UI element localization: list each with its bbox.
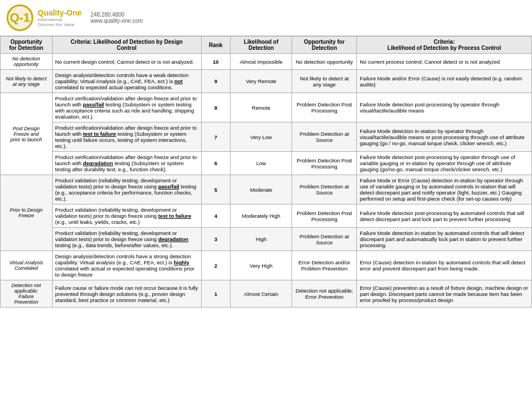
opp-design-cell: Not likely to detect at any stage (1, 70, 53, 93)
rank-cell: 8 (201, 93, 231, 122)
criteria-process-cell: Failure Mode and/or Error (Cause) is not… (357, 70, 532, 93)
opp-design-cell: Detection notapplicable;FailurePreventio… (1, 280, 53, 308)
detection-table: Opportunityfor Detection Criteria: Likel… (0, 36, 532, 308)
table-row: Post DesignFreeze andprior to launchProd… (1, 93, 532, 122)
col-header-likelihood: Likelihood ofDetection (231, 37, 292, 54)
likelihood-cell: Moderately High (231, 204, 292, 228)
criteria-design-cell: Product validation (reliability testing,… (52, 204, 201, 228)
criteria-process-cell: Failure Mode detection in-station by ope… (357, 122, 532, 152)
contact-info: 248.280.4800 www.quality-one.com (90, 12, 142, 24)
opp-detect-cell: Problem Detection Post Processing (292, 93, 357, 122)
criteria-design-cell: Product validation (reliability testing,… (52, 175, 201, 204)
opp-detect-cell: Problem Detection at Source (292, 122, 357, 152)
main-table-wrapper: Opportunityfor Detection Criteria: Likel… (0, 36, 532, 308)
col-header-criteria-design: Criteria: Likelihood of Detection by Des… (52, 37, 201, 54)
criteria-process-cell: Failure Mode or Error (Cause) detection … (357, 175, 532, 204)
opp-design-cell: No detection opportunity (1, 54, 53, 70)
likelihood-cell: Remote (231, 93, 292, 122)
rank-cell: 9 (201, 70, 231, 93)
col-header-opp-detect: Opportunity forDetection (292, 37, 357, 54)
table-row: Virtual AnalysisCorrelatedDesign analysi… (1, 251, 532, 280)
criteria-process-cell: Error (Cause) detection in-station by au… (357, 251, 532, 280)
likelihood-cell: Low (231, 152, 292, 175)
rank-cell: 10 (201, 54, 231, 70)
criteria-design-cell: Product verification/validation after de… (52, 122, 201, 152)
likelihood-cell: Almost Certain (231, 280, 292, 308)
col-header-criteria-process: Criteria:Likelihood of Detection by Proc… (357, 37, 532, 54)
rank-cell: 7 (201, 122, 231, 152)
criteria-design-cell: Product verification/validation after de… (52, 152, 201, 175)
likelihood-cell: Very Low (231, 122, 292, 152)
opp-detect-cell: Problem Detection at Source (292, 228, 357, 251)
criteria-process-cell: Failure Mode detection post-processing b… (357, 152, 532, 175)
table-row: Not likely to detect at any stageDesign … (1, 70, 532, 93)
criteria-design-cell: Design analysis/detection controls have … (52, 251, 201, 280)
table-row: Detection notapplicable;FailurePreventio… (1, 280, 532, 308)
likelihood-cell: Almost Impossible (231, 54, 292, 70)
table-row: No detection opportunityNo current desig… (1, 54, 532, 70)
logo-text: Quality-One International Discover the V… (38, 8, 81, 27)
opp-detect-cell: Not likely to detect at any stage (292, 70, 357, 93)
opp-detect-cell: No detection opportunity (292, 54, 357, 70)
likelihood-cell: Moderate (231, 175, 292, 204)
criteria-process-cell: Error (Cause) prevention as a result of … (357, 280, 532, 308)
criteria-design-cell: Product verification/validation after de… (52, 93, 201, 122)
col-header-rank: Rank (201, 37, 231, 54)
rank-cell: 5 (201, 175, 231, 204)
criteria-process-cell: Failure Mode detection post-processing b… (357, 204, 532, 228)
brand-tagline: International Discover the Value (38, 17, 81, 27)
opp-design-cell: Virtual AnalysisCorrelated (1, 251, 53, 280)
opp-design-cell: Prior to DesignFreeze (1, 175, 53, 251)
criteria-process-cell: Failure Mode detection post-processing b… (357, 93, 532, 122)
criteria-design-cell: Failure cause or failure mode can not oc… (52, 280, 201, 308)
phone: 248.280.4800 (90, 12, 142, 18)
criteria-design-cell: No current design control; Cannot detect… (52, 54, 201, 70)
rank-cell: 1 (201, 280, 231, 308)
opp-detect-cell: Problem Detection Post Processing (292, 152, 357, 175)
opp-detect-cell: Error Detection and/or Problem Preventio… (292, 251, 357, 280)
criteria-process-cell: No current process control; Cannot detec… (357, 54, 532, 70)
rank-cell: 4 (201, 204, 231, 228)
rank-cell: 6 (201, 152, 231, 175)
opp-design-cell: Post DesignFreeze andprior to launch (1, 93, 53, 175)
likelihood-cell: High (231, 228, 292, 251)
criteria-design-cell: Design analysis/detection controls have … (52, 70, 201, 93)
website: www.quality-one.com (90, 18, 142, 24)
table-header-row: Opportunityfor Detection Criteria: Likel… (1, 37, 532, 54)
likelihood-cell: Very Remote (231, 70, 292, 93)
table-row: Product verification/validation after de… (1, 122, 532, 152)
criteria-process-cell: Failure Mode detection in-station by aut… (357, 228, 532, 251)
col-header-opp-design: Opportunityfor Detection (1, 37, 53, 54)
table-row: Product validation (reliability testing,… (1, 228, 532, 251)
logo-circle: Q-1 (7, 4, 33, 31)
table-row: Prior to DesignFreezeProduct validation … (1, 175, 532, 204)
rank-cell: 2 (201, 251, 231, 280)
opp-detect-cell: Problem Detection at Source (292, 175, 357, 204)
opp-detect-cell: Detection not applicable; Error Preventi… (292, 280, 357, 308)
criteria-design-cell: Product validation (reliability testing,… (52, 228, 201, 251)
brand-name: Quality-One (38, 8, 81, 17)
likelihood-cell: Very High (231, 251, 292, 280)
page-header: Q-1 Quality-One International Discover t… (0, 0, 532, 36)
table-row: Product verification/validation after de… (1, 152, 532, 175)
opp-detect-cell: Problem Detection Post Processing (292, 204, 357, 228)
table-row: Product validation (reliability testing,… (1, 204, 532, 228)
rank-cell: 3 (201, 228, 231, 251)
